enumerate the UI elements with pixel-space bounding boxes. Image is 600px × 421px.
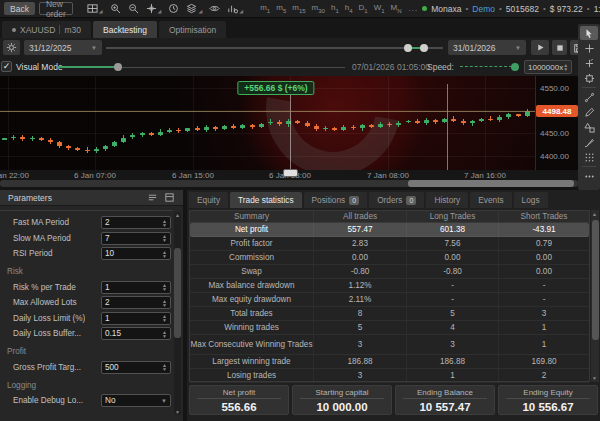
tab-history[interactable]: History [426,192,468,208]
param-input[interactable]: No▼ [101,394,171,407]
table-row[interactable]: Largest winning trade 186.88 186.88 169.… [190,355,589,369]
tab-orders[interactable]: Orders0 [369,192,424,208]
timeframe-MN[interactable]: MN [388,3,405,14]
more-icon[interactable] [580,169,598,183]
account-info[interactable]: Monaxa • Demo • 5015682 • $ 973.22 • 1:5… [422,4,600,14]
position-marker-handle[interactable] [283,169,298,177]
tab-events[interactable]: Events [470,192,511,208]
new-order-button[interactable]: New order [39,2,73,15]
square-target-icon[interactable] [580,71,598,85]
table-scrollbar[interactable]: ▲ ▼ [591,210,599,382]
list-icon[interactable] [147,189,158,207]
timeframe-W1[interactable]: W1 [371,3,388,14]
scrollbar-thumb[interactable] [408,180,574,187]
eye-icon[interactable] [207,2,222,15]
table-row[interactable]: Max balance drawdown 1.12% - - [190,279,589,293]
zoom-out-icon[interactable] [126,2,141,15]
tab-logs[interactable]: Logs [514,192,548,208]
tab-equity[interactable]: Equity [189,192,228,208]
timeline-start-handle[interactable] [404,44,412,52]
column-header[interactable]: All trades [313,211,406,222]
table-row[interactable]: Total trades 8 5 3 [190,307,589,321]
table-row[interactable]: Profit factor 2.83 7.56 0.79 [190,237,589,251]
table-row[interactable]: Max equity drawdown 2.11% - - [190,293,589,307]
parameters-scrollbar[interactable]: ▲ ▼ [174,212,181,415]
scroll-down-icon[interactable]: ▼ [591,375,598,381]
chart-plot-area[interactable]: +556.66 $ (+6%) [0,76,535,170]
param-input[interactable]: 1▲▼ [101,281,171,294]
spinner-arrows-icon[interactable]: ▲▼ [162,330,167,338]
visual-mode-checkbox[interactable]: ✓ [1,61,12,72]
table-row[interactable]: Swap -0.80 -0.80 0.00 [190,265,589,279]
param-input[interactable]: 2▲▼ [101,296,171,309]
column-header[interactable]: Summary [190,211,313,222]
param-input[interactable]: 2▲▼ [101,216,171,229]
trendline-icon[interactable] [580,90,598,104]
timeframe-m15[interactable]: m15 [289,3,308,14]
column-header[interactable]: Short Trades [498,211,589,222]
table-row[interactable]: Net profit 557.47 601.38 -43.91 [190,223,589,237]
shapes-icon[interactable] [580,120,598,134]
table-row[interactable]: Max Consecutive Winning Trades 3 3 1 [190,335,589,355]
date-to-dropdown[interactable]: 31/01/2026▼ [448,40,526,55]
param-input[interactable]: 7▲▼ [101,232,171,245]
table-row[interactable]: Losing trades 3 1 2 [190,369,589,383]
timeframe-m1[interactable]: m1 [257,3,273,14]
scrollbar-thumb[interactable] [592,220,599,340]
settings-gear-button[interactable] [3,40,20,55]
scrollbar-thumb[interactable] [174,248,181,338]
tab-symbol[interactable]: XAUUSD m30 [2,21,91,38]
spinner-arrows-icon[interactable]: ▲▼ [162,250,167,258]
scroll-down-icon[interactable]: ▼ [174,409,181,415]
price-axis[interactable]: 4550.004450.004400.00 4498.48 [535,76,578,170]
speed-slider-track[interactable] [460,66,512,67]
param-input[interactable]: 10▲▼ [101,247,171,260]
scroll-up-icon[interactable]: ▲ [591,211,598,217]
more-timeframes-button[interactable]: ... [409,4,419,13]
stop-button[interactable] [552,40,567,55]
chart-settings-icon[interactable]: ◢ [225,2,245,15]
spinner-arrows-icon[interactable]: ▲▼ [162,219,167,227]
date-from-dropdown[interactable]: 31/12/2025▼ [24,40,102,55]
tab-optimisation[interactable]: Optimisation [159,21,226,38]
spinner-arrows-icon[interactable]: ▲▼ [162,234,167,242]
param-input[interactable]: 0.15▲▼ [101,327,171,340]
spinner-arrows-icon[interactable]: ▲▼ [563,63,568,71]
timeframe-m30[interactable]: m30 [309,3,328,14]
param-input[interactable]: 1▲▼ [101,312,171,325]
table-row[interactable]: Winning trades 5 4 1 [190,321,589,335]
chart-layout-icon[interactable]: ◢ [85,2,105,15]
timeline-slider-track[interactable] [106,47,443,49]
zoom-in-icon[interactable] [108,2,123,15]
tab-trade-statistics[interactable]: Trade statistics [230,192,301,208]
candlestick-chart[interactable]: +556.66 $ (+6%) 4550.004450.004400.00 44… [0,76,578,170]
cross-small-icon[interactable] [580,56,598,70]
pattern-icon[interactable] [580,150,598,164]
cursor-icon[interactable] [580,26,598,40]
spinner-arrows-icon[interactable]: ▲▼ [162,314,167,322]
timeline-end-handle[interactable] [420,44,428,52]
timeframe-h1[interactable]: h1 [328,3,342,14]
param-input[interactable]: 500▲▼ [101,361,171,374]
clock-icon[interactable] [166,2,181,15]
spinner-arrows-icon[interactable]: ▲▼ [162,363,167,371]
table-row[interactable]: Commission 0.00 0.00 0.00 [190,251,589,265]
timeframe-m5[interactable]: m5 [273,3,289,14]
scroll-up-icon[interactable]: ▲ [174,212,181,218]
chart-horizontal-scrollbar[interactable] [0,180,578,187]
timeframe-D1[interactable]: D1 [356,3,371,14]
brush-icon[interactable] [580,135,598,149]
progress-slider-track[interactable] [118,67,345,68]
play-button[interactable] [531,40,549,55]
spinner-arrows-icon[interactable]: ▲▼ [162,283,167,291]
layers-icon[interactable]: ◢ [184,2,204,15]
speed-slider-handle[interactable] [511,63,519,71]
tab-backtesting[interactable]: Backtesting [93,21,157,38]
save-preset-icon[interactable] [164,189,175,207]
progress-slider-handle[interactable] [114,63,122,71]
speed-value-input[interactable]: 1000000x▲▼ [524,60,572,74]
cross-plus-icon[interactable] [580,41,598,55]
pencil-icon[interactable] [580,105,598,119]
tab-positions[interactable]: Positions0 [304,192,368,208]
back-button[interactable]: Back [4,2,35,15]
